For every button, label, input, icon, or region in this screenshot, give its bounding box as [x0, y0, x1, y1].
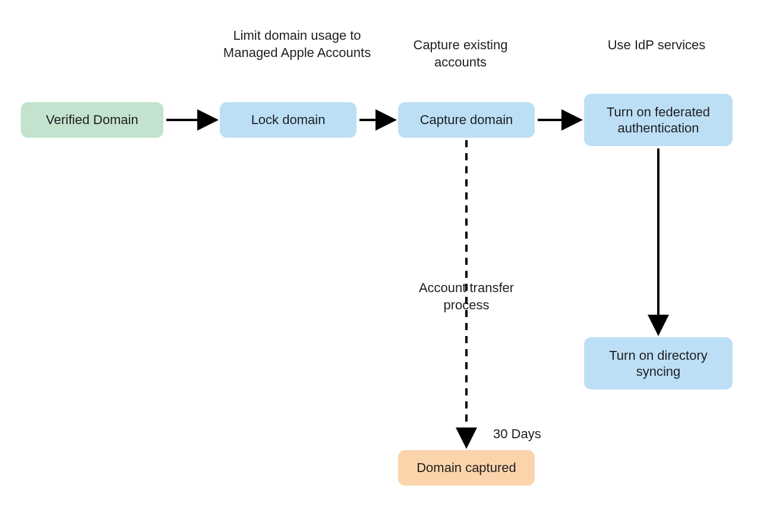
node-domain-captured: Domain captured: [398, 450, 535, 486]
node-domain-captured-label: Domain captured: [416, 460, 516, 476]
node-federated-auth: Turn on federated authentication: [584, 94, 733, 146]
label-account-transfer: Account transfer process: [395, 276, 538, 317]
label-duration: 30 Days: [493, 426, 541, 442]
caption-capture: Capture existing accounts: [392, 37, 529, 71]
node-lock-domain: Lock domain: [220, 102, 356, 138]
arrows-layer: [0, 0, 770, 532]
node-federated-auth-label: Turn on federated authentication: [592, 104, 724, 137]
caption-lock: Limit domain usage to Managed Apple Acco…: [220, 27, 374, 61]
node-lock-domain-label: Lock domain: [251, 112, 326, 128]
flow-diagram: Limit domain usage to Managed Apple Acco…: [0, 0, 770, 532]
caption-federated: Use IdP services: [594, 37, 719, 54]
node-directory-syncing: Turn on directory syncing: [584, 337, 733, 390]
node-directory-syncing-label: Turn on directory syncing: [592, 347, 724, 380]
node-capture-domain: Capture domain: [398, 102, 535, 138]
node-capture-domain-label: Capture domain: [420, 112, 513, 128]
node-verified-domain-label: Verified Domain: [46, 112, 138, 128]
node-verified-domain: Verified Domain: [21, 102, 163, 138]
